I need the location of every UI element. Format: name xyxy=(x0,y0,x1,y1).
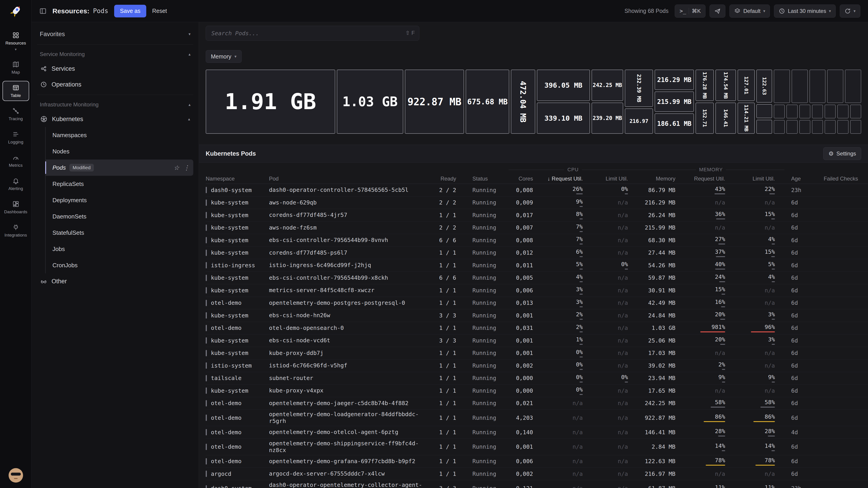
refresh-button[interactable]: ▾ xyxy=(840,4,860,18)
treemap-empty-cell[interactable] xyxy=(837,120,848,134)
table-row[interactable]: kube-systemebs-csi-node-vcd6t3 / 3Runnin… xyxy=(206,334,868,347)
treemap-cell[interactable]: 472.04 MB xyxy=(511,70,535,134)
sidebar-item-daemonsets[interactable]: DaemonSets xyxy=(46,208,193,225)
sidebar-item-namespaces[interactable]: Namespaces xyxy=(46,127,193,143)
col-header-memory[interactable]: Memory xyxy=(638,175,685,182)
sidebar-item-tracing[interactable]: Tracing xyxy=(2,104,29,124)
sidebar-item-operations[interactable]: Operations xyxy=(37,76,193,92)
treemap-empty-cell[interactable] xyxy=(774,120,785,134)
treemap-cell[interactable]: 122.63 xyxy=(756,70,772,103)
treemap-cell[interactable]: 215.99 MB xyxy=(655,92,694,112)
sidebar-item-kubernetes[interactable]: Kubernetes ▴ xyxy=(37,111,193,127)
table-row[interactable]: dash0-systemdash0-operator-opentelemetry… xyxy=(206,480,868,488)
treemap-cell[interactable]: 922.87 MB xyxy=(405,70,464,134)
service-monitoring-section-toggle[interactable]: Service Monitoring ▴ xyxy=(37,48,193,61)
table-row[interactable]: kube-systemaws-node-fz6sm2 / 2Running0,0… xyxy=(206,222,868,234)
treemap-cell[interactable]: 1.03 GB xyxy=(337,70,403,134)
col-header-status[interactable]: Status xyxy=(466,175,508,182)
table-row[interactable]: otel-demoopentelemetry-demo-otelcol-agen… xyxy=(206,426,868,439)
table-row[interactable]: otel-demoopentelemetry-demo-shippingserv… xyxy=(206,439,868,455)
treemap-empty-cell[interactable] xyxy=(825,120,836,134)
treemap-empty-cell[interactable] xyxy=(786,120,798,134)
star-icon[interactable]: ☆ xyxy=(174,164,179,171)
share-button[interactable] xyxy=(710,4,725,18)
sidebar-item-other[interactable]: Other xyxy=(37,273,193,289)
sidebar-item-statefulsets[interactable]: StatefulSets xyxy=(46,225,193,241)
treemap-cell[interactable]: 114.21 MB xyxy=(738,103,755,134)
col-header-cpu-request-util[interactable]: ↓ Request Util. xyxy=(542,175,592,182)
sidebar-item-resources[interactable]: Resources ▾ xyxy=(2,29,29,55)
settings-button[interactable]: ⚙ Settings xyxy=(823,147,861,160)
reset-button[interactable]: Reset xyxy=(152,8,167,14)
table-row[interactable]: kube-systemkube-proxy-ddb7j1 / 1Running0… xyxy=(206,347,868,360)
treemap-cell[interactable]: 216.97 xyxy=(625,108,653,134)
sidebar-item-logging[interactable]: Logging xyxy=(2,127,29,148)
treemap-empty-cell[interactable] xyxy=(812,105,823,119)
treemap-cell[interactable]: 232.39 MB xyxy=(625,70,653,107)
col-header-pod[interactable]: Pod xyxy=(269,175,438,182)
table-row[interactable]: otel-demoopentelemetry-demo-grafana-697f… xyxy=(206,455,868,468)
kebab-menu-icon[interactable]: ⋮ xyxy=(183,164,190,171)
sidebar-item-map[interactable]: Map xyxy=(2,58,29,78)
col-header-failed-checks[interactable]: Failed Checks xyxy=(814,175,861,182)
table-row[interactable]: otel-demoopentelemetry-demo-loadgenerato… xyxy=(206,410,868,426)
sidebar-toggle-icon[interactable] xyxy=(39,7,46,15)
col-header-mem-request-util[interactable]: Request Util. xyxy=(685,175,735,182)
treemap-cell[interactable]: 186.61 MB xyxy=(655,113,694,134)
treemap-empty-cell[interactable] xyxy=(786,105,798,119)
sidebar-item-nodes[interactable]: Nodes xyxy=(46,143,193,160)
table-row[interactable]: tailscalesubnet-router1 / 1Running0,0000… xyxy=(206,372,868,385)
treemap-cell[interactable]: 176.28 MB xyxy=(695,70,714,101)
treemap-empty-cell[interactable] xyxy=(827,70,843,103)
treemap-empty-cell[interactable] xyxy=(799,105,810,119)
treemap-cell[interactable]: 339.10 MB xyxy=(537,103,590,134)
treemap-cell[interactable]: 675.68 MB xyxy=(466,70,509,134)
treemap-empty-cell[interactable] xyxy=(812,120,823,134)
infrastructure-monitoring-section-toggle[interactable]: Infrastructure Monitoring ▴ xyxy=(37,98,193,111)
treemap-empty-cell[interactable] xyxy=(774,105,785,119)
sidebar-item-services[interactable]: Services xyxy=(37,61,193,76)
table-row[interactable]: kube-systemebs-csi-controller-7956544b99… xyxy=(206,272,868,285)
col-header-age[interactable]: Age xyxy=(784,175,814,182)
treemap-empty-cell[interactable] xyxy=(756,120,772,134)
treemap-cell[interactable]: 216.29 MB xyxy=(655,70,694,90)
table-row[interactable]: otel-demoopentelemetry-demo-jaeger-c5dc8… xyxy=(206,397,868,410)
treemap-empty-cell[interactable] xyxy=(799,120,810,134)
sidebar-item-replicasets[interactable]: ReplicaSets xyxy=(46,176,193,192)
treemap-empty-cell[interactable] xyxy=(809,70,826,103)
treemap-empty-cell[interactable] xyxy=(774,70,790,103)
sidebar-item-cronjobs[interactable]: CronJobs xyxy=(46,257,193,273)
table-row[interactable]: kube-systemaws-node-629qb2 / 2Running0,0… xyxy=(206,197,868,209)
sidebar-item-integrations[interactable]: Integrations xyxy=(2,221,29,240)
table-row[interactable]: istio-ingressistio-ingress-6c496cd99f-j2… xyxy=(206,259,868,272)
dataset-selector[interactable]: Default ▾ xyxy=(730,4,770,18)
sidebar-item-alerting[interactable]: Alerting xyxy=(2,174,29,194)
sidebar-item-jobs[interactable]: Jobs xyxy=(46,241,193,257)
search-input[interactable] xyxy=(206,26,419,41)
table-row[interactable]: kube-systemcoredns-df77df485-4jr571 / 1R… xyxy=(206,209,868,222)
table-row[interactable]: kube-systemmetrics-server-84f5c48cf8-xwc… xyxy=(206,284,868,297)
treemap-empty-cell[interactable] xyxy=(845,70,861,103)
table-row[interactable]: otel-demootel-demo-opensearch-01 / 1Runn… xyxy=(206,322,868,335)
table-row[interactable]: kube-systemcoredns-df77df485-ps6l71 / 1R… xyxy=(206,247,868,259)
treemap-cell[interactable]: 127.01 xyxy=(738,70,755,101)
dash0-logo[interactable] xyxy=(9,4,22,19)
col-header-cores[interactable]: Cores xyxy=(508,175,542,182)
treemap-cell[interactable]: 239.20 MB xyxy=(592,103,623,134)
table-row[interactable]: kube-systemebs-csi-controller-7956544b99… xyxy=(206,234,868,247)
treemap-empty-cell[interactable] xyxy=(825,105,836,119)
favorites-section-toggle[interactable]: Favorites ▾ xyxy=(37,26,193,42)
sidebar-item-deployments[interactable]: Deployments xyxy=(46,192,193,208)
treemap-cell[interactable]: 146.41 xyxy=(715,103,736,134)
sidebar-item-metrics[interactable]: Metrics xyxy=(2,151,29,171)
treemap-cell[interactable]: 174.54 MB xyxy=(715,70,736,101)
col-header-ready[interactable]: Ready xyxy=(438,175,466,182)
treemap-empty-cell[interactable] xyxy=(792,70,808,103)
col-header-mem-limit-util[interactable]: Limit Util. xyxy=(735,175,784,182)
col-header-cpu-limit-util[interactable]: Limit Util. xyxy=(592,175,638,182)
user-avatar[interactable] xyxy=(8,468,23,483)
sidebar-item-table[interactable]: Table xyxy=(2,81,29,101)
save-as-button[interactable]: Save as xyxy=(114,5,146,18)
treemap-cell[interactable]: 152.71 xyxy=(695,103,714,134)
table-row[interactable]: istio-systemistiod-6c766c96fd-v5hgf1 / 1… xyxy=(206,359,868,372)
